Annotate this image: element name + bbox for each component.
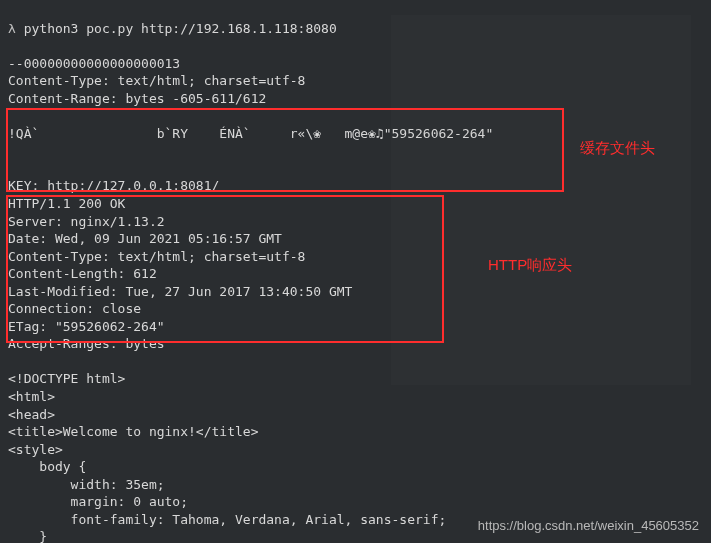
terminal-output: λ python3 poc.py http://192.168.1.118:80… [0,0,711,543]
body-line: width: 35em; [8,477,165,492]
body-line: <title>Welcome to nginx!</title> [8,424,258,439]
content-type-1: Content-Type: text/html; charset=utf-8 [8,73,305,88]
connection-header: Connection: close [8,301,141,316]
etag-header: ETag: "59526062-264" [8,319,165,334]
content-length: Content-Length: 612 [8,266,157,281]
last-modified: Last-Modified: Tue, 27 Jun 2017 13:40:50… [8,284,352,299]
accept-ranges: Accept-Ranges: bytes [8,336,165,351]
cache-binary-line: !QÀ` b`RY ÉNÀ` r«\❀ m@e❀♫"59526062-264" [8,126,493,141]
content-range: Content-Range: bytes -605-611/612 [8,91,266,106]
server-header: Server: nginx/1.13.2 [8,214,165,229]
body-line: margin: 0 auto; [8,494,188,509]
body-line: body { [8,459,86,474]
watermark-text: https://blog.csdn.net/weixin_45605352 [478,517,699,535]
content-type-2: Content-Type: text/html; charset=utf-8 [8,249,305,264]
body-line: } [8,529,47,543]
body-line: <!DOCTYPE html> [8,371,125,386]
annotation-label-http: HTTP响应头 [488,255,572,275]
body-line: <style> [8,442,63,457]
boundary-line: --00000000000000000013 [8,56,180,71]
http-status: HTTP/1.1 200 OK [8,196,125,211]
date-header: Date: Wed, 09 Jun 2021 05:16:57 GMT [8,231,282,246]
command-text: python3 poc.py http://192.168.1.118:8080 [24,21,337,36]
body-line: font-family: Tahoma, Verdana, Arial, san… [8,512,446,527]
body-line: <html> [8,389,55,404]
body-line: <head> [8,407,55,422]
cache-key: KEY: http://127.0.0.1:8081/ [8,178,219,193]
annotation-label-cache: 缓存文件头 [580,138,655,158]
prompt-symbol: λ [8,21,16,36]
